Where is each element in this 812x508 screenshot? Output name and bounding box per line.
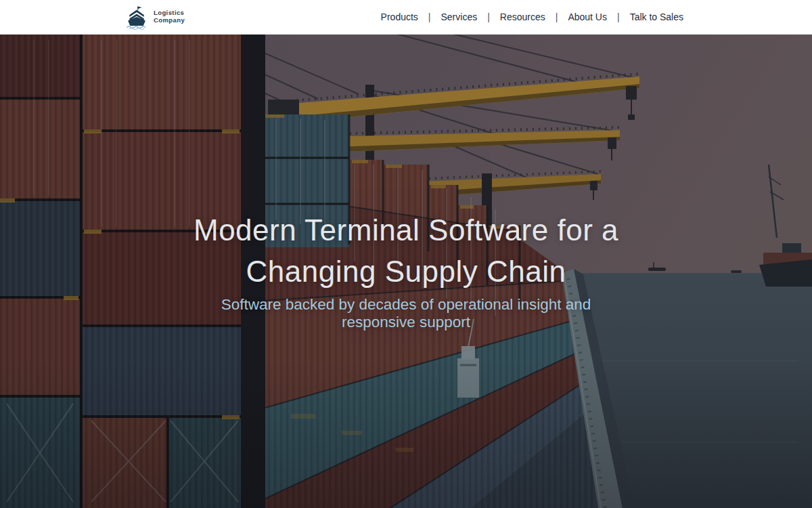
site-header: Logistics Company Products | Services | … <box>0 0 812 35</box>
nav-separator: | <box>487 12 490 22</box>
hero-subtitle: Software backed by decades of operationa… <box>189 296 623 331</box>
hero-title-line2: Changing Supply Chain <box>246 255 566 288</box>
hero-title: Modern Terminal Software for aChanging S… <box>0 209 812 292</box>
nav-item-talk-to-sales[interactable]: Talk to Sales <box>629 9 685 25</box>
logo-text-line2: Company <box>154 17 185 24</box>
main-nav: Products | Services | Resources | About … <box>380 9 685 25</box>
nav-item-about-us[interactable]: About Us <box>566 9 608 25</box>
hero-copy: Modern Terminal Software for aChanging S… <box>0 209 812 331</box>
nav-separator: | <box>556 12 558 22</box>
nav-item-resources[interactable]: Resources <box>499 9 547 25</box>
nav-separator: | <box>617 12 620 22</box>
logo[interactable]: Logistics Company <box>126 5 185 30</box>
nav-item-services[interactable]: Services <box>440 9 479 25</box>
nav-separator: | <box>428 12 431 22</box>
logo-text: Logistics Company <box>154 9 185 24</box>
hero-section: Modern Terminal Software for aChanging S… <box>0 35 812 508</box>
nav-item-products[interactable]: Products <box>380 9 420 25</box>
hero-title-line1: Modern Terminal Software for a <box>194 213 618 247</box>
logo-ship-icon <box>126 5 148 30</box>
